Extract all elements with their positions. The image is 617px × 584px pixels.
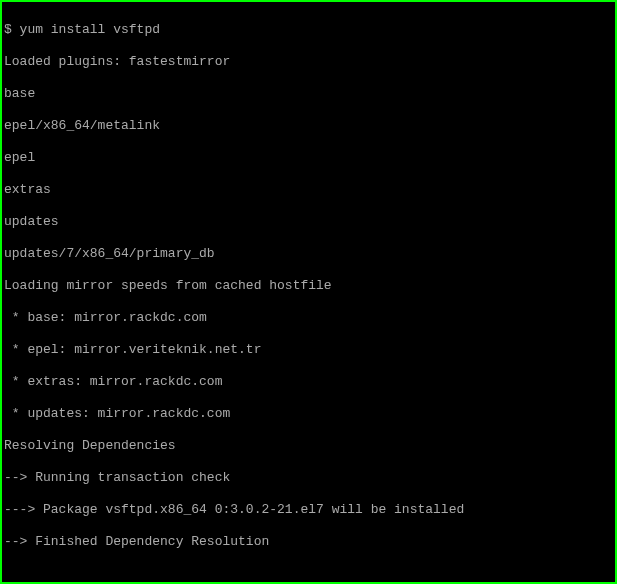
command-prompt-line: $ yum install vsftpd xyxy=(4,22,613,38)
output-line: epel/x86_64/metalink xyxy=(4,118,613,134)
output-line: * base: mirror.rackdc.com xyxy=(4,310,613,326)
output-line: Loading mirror speeds from cached hostfi… xyxy=(4,278,613,294)
output-line: Resolving Dependencies xyxy=(4,438,613,454)
output-line: * epel: mirror.veriteknik.net.tr xyxy=(4,342,613,358)
output-line: Loaded plugins: fastestmirror xyxy=(4,54,613,70)
output-line: * updates: mirror.rackdc.com xyxy=(4,406,613,422)
output-line: --> Running transaction check xyxy=(4,470,613,486)
output-line: ---> Package vsftpd.x86_64 0:3.0.2-21.el… xyxy=(4,502,613,518)
output-line: epel xyxy=(4,150,613,166)
output-line: updates xyxy=(4,214,613,230)
output-line: --> Finished Dependency Resolution xyxy=(4,534,613,550)
output-line: base xyxy=(4,86,613,102)
output-line: updates/7/x86_64/primary_db xyxy=(4,246,613,262)
output-line xyxy=(4,566,613,582)
output-line: * extras: mirror.rackdc.com xyxy=(4,374,613,390)
output-line: extras xyxy=(4,182,613,198)
terminal-window[interactable]: $ yum install vsftpd Loaded plugins: fas… xyxy=(0,0,617,584)
